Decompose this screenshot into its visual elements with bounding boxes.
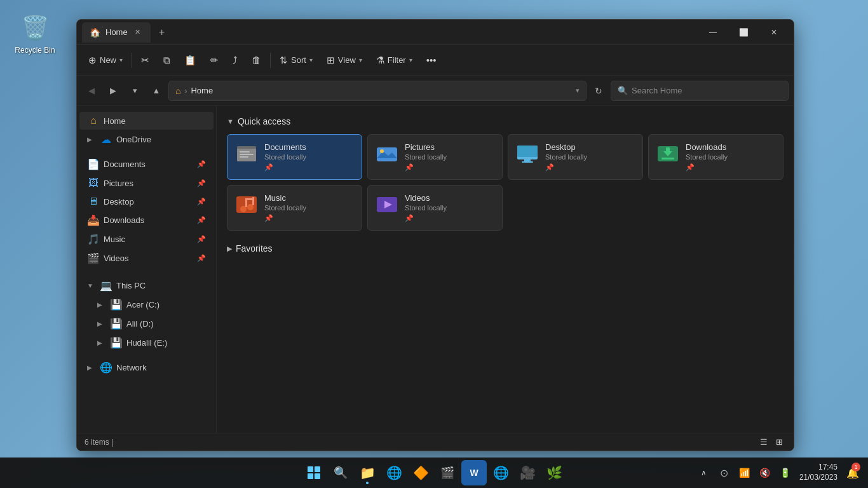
notification-button[interactable]: 🔔 1 (843, 460, 863, 485)
sidebar-item-music[interactable]: 🎵 Music 📌 (79, 230, 214, 248)
sidebar-item-videos[interactable]: 🎬 Videos 📌 (79, 249, 214, 268)
filter-button[interactable]: ⚗ Filter ▾ (370, 51, 419, 70)
sidebar-item-pictures[interactable]: 🖼 Pictures 📌 (79, 174, 214, 192)
explorer-window: 🏠 Home ✕ + — ⬜ ✕ ⊕ New ▾ ✂ (76, 19, 794, 451)
copy-button[interactable]: ⧉ (157, 51, 177, 70)
more-button[interactable]: ••• (420, 51, 443, 69)
grid-view-button[interactable]: ⊞ (772, 435, 786, 449)
taskbar-app9-button[interactable]: 🌿 (541, 460, 567, 485)
sidebar-item-acer[interactable]: ▶ 💾 Acer (C:) (79, 295, 214, 314)
desktop-pin-icon: 📌 (197, 198, 206, 206)
taskbar-edge-button[interactable]: 🌐 (381, 460, 407, 485)
content-area: ▼ Quick access (217, 106, 794, 433)
folder-documents-icon (235, 142, 258, 165)
sidebar-item-documents[interactable]: 📄 Documents 📌 (79, 155, 214, 173)
folder-desktop-name: Desktop (545, 142, 635, 152)
sidebar-item-network[interactable]: ▶ 🌐 Network (79, 358, 214, 377)
taskbar-vlc-button[interactable]: 🔶 (408, 460, 433, 485)
acer-chevron-icon: ▶ (97, 301, 106, 308)
sidebar-spacer-3 (77, 353, 216, 358)
minimize-button[interactable]: — (698, 22, 728, 43)
svg-rect-21 (245, 198, 254, 200)
home-tab[interactable]: 🏠 Home ✕ (82, 22, 151, 43)
start-button[interactable] (301, 460, 327, 485)
quick-access-header[interactable]: ▼ Quick access (227, 116, 783, 126)
rename-button[interactable]: ✏ (204, 51, 225, 70)
taskbar-chrome-button[interactable]: 🌐 (488, 460, 513, 485)
battery-icon[interactable]: 🔋 (776, 460, 794, 485)
taskbar-search-button[interactable]: 🔍 (328, 460, 353, 485)
folder-card-downloads[interactable]: Downloads Stored locally 📌 (648, 134, 783, 180)
paste-button[interactable]: 📋 (178, 51, 203, 70)
new-chevron-icon: ▾ (119, 57, 123, 64)
folder-documents-sub: Stored locally (264, 153, 354, 161)
favorites-header[interactable]: ▶ Favorites (227, 243, 783, 254)
search-box[interactable]: 🔍 Search Home (611, 81, 789, 101)
tray-chrome-icon[interactable]: ⊙ (715, 460, 733, 485)
up-button[interactable]: ▲ (147, 81, 166, 100)
refresh-button[interactable]: ↻ (589, 81, 608, 100)
recent-button[interactable]: ▾ (125, 81, 144, 100)
forward-button[interactable]: ▶ (104, 81, 123, 100)
list-view-button[interactable]: ☰ (757, 435, 771, 449)
system-clock[interactable]: 17:45 21/03/2023 (797, 463, 840, 482)
share-button[interactable]: ⤴ (226, 51, 244, 69)
folder-music-icon (235, 193, 258, 216)
folder-card-music[interactable]: Music Stored locally 📌 (227, 185, 362, 231)
copy-icon: ⧉ (163, 55, 170, 66)
sidebar-item-home[interactable]: ⌂ Home (79, 112, 214, 130)
sidebar-videos-label: Videos (104, 254, 193, 263)
svg-rect-27 (315, 473, 320, 479)
taskbar-media-button[interactable]: 🎬 (435, 460, 460, 485)
folder-card-videos[interactable]: Videos Stored locally 📌 (367, 185, 503, 231)
sidebar-item-hudalil[interactable]: ▶ 💾 Hudalil (E:) (79, 334, 214, 352)
address-input[interactable]: ⌂ › Home ▾ (168, 81, 587, 101)
delete-button[interactable]: 🗑 (245, 51, 268, 69)
back-button[interactable]: ◀ (82, 81, 101, 100)
sidebar-item-downloads[interactable]: 📥 Downloads 📌 (79, 211, 214, 229)
folder-card-pictures[interactable]: Pictures Stored locally 📌 (367, 134, 503, 180)
taskbar: 🔍 📁 🌐 🔶 🎬 W 🌐 🎥 🌿 ∧ ⊙ 📶 🔇 🔋 (0, 458, 868, 488)
sidebar-desktop-label: Desktop (104, 197, 193, 207)
sort-button[interactable]: ⇅ Sort ▾ (273, 51, 319, 70)
sidebar-item-onedrive[interactable]: ▶ ☁ OneDrive (79, 130, 214, 149)
taskbar-camtasia-button[interactable]: 🎥 (515, 460, 540, 485)
svg-rect-14 (666, 147, 670, 154)
recycle-bin-icon[interactable]: 🗑️ Recycle Bin (13, 13, 57, 55)
wifi-icon[interactable]: 📶 (736, 460, 754, 485)
svg-rect-2 (240, 151, 250, 152)
sort-icon: ⇅ (280, 55, 288, 66)
close-button[interactable]: ✕ (759, 22, 789, 43)
sidebar-downloads-label: Downloads (104, 215, 193, 225)
sidebar-item-thispc[interactable]: ▼ 💻 This PC (79, 276, 214, 295)
folder-desktop-pin: 📌 (545, 163, 635, 172)
sidebar-item-desktop[interactable]: 🖥 Desktop 📌 (79, 193, 214, 210)
taskbar-explorer-button[interactable]: 📁 (355, 460, 380, 485)
sidebar-item-alil[interactable]: ▶ 💾 Alil (D:) (79, 315, 214, 333)
folder-pictures-sub: Stored locally (405, 153, 494, 161)
taskbar-word-button[interactable]: W (461, 460, 487, 485)
folder-pictures-name: Pictures (405, 142, 494, 152)
status-views: ☰ ⊞ (757, 435, 786, 449)
tray-area: ∧ ⊙ 📶 🔇 🔋 (695, 460, 794, 485)
clock-time: 17:45 (818, 463, 837, 473)
folder-downloads-pin: 📌 (686, 163, 775, 172)
maximize-button[interactable]: ⬜ (729, 22, 758, 43)
folder-music-info: Music Stored locally 📌 (264, 193, 354, 222)
cut-button[interactable]: ✂ (135, 51, 156, 70)
folder-card-documents[interactable]: Documents Stored locally 📌 (227, 134, 362, 180)
new-button[interactable]: ⊕ New ▾ (82, 51, 129, 70)
folder-desktop-sub: Stored locally (545, 153, 635, 161)
tab-close-button[interactable]: ✕ (133, 27, 143, 37)
sort-chevron-icon: ▾ (309, 57, 313, 64)
tray-chevron[interactable]: ∧ (695, 460, 713, 485)
address-bar: ◀ ▶ ▾ ▲ ⌂ › Home ▾ ↻ 🔍 Search Home (77, 76, 794, 106)
new-tab-button[interactable]: + (153, 24, 171, 41)
folder-pictures-icon (376, 142, 398, 165)
view-button[interactable]: ⊞ View ▾ (320, 51, 369, 70)
volume-icon[interactable]: 🔇 (756, 460, 774, 485)
folder-card-desktop[interactable]: Desktop Stored locally 📌 (508, 134, 643, 180)
toolbar-sep-2 (270, 53, 271, 68)
filter-icon: ⚗ (376, 55, 384, 66)
svg-rect-25 (315, 466, 320, 472)
